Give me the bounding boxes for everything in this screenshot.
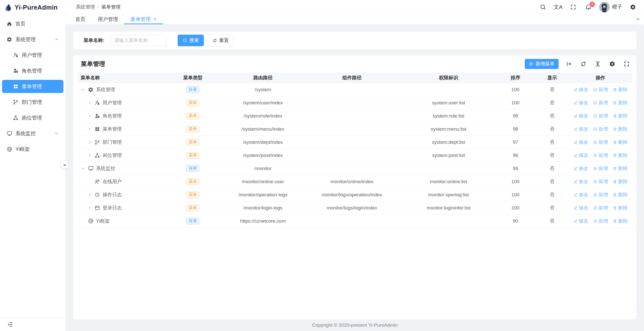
delete-link[interactable]: 删除 xyxy=(613,178,628,185)
visible-value: 否 xyxy=(536,126,568,132)
delete-link[interactable]: 删除 xyxy=(613,218,628,224)
sidebar-item-label: 菜单管理 xyxy=(22,83,42,90)
bell-icon[interactable]: 7 xyxy=(584,3,593,12)
chevron-right-icon[interactable] xyxy=(87,205,92,210)
sidebar-item-roles[interactable]: 角色管理 xyxy=(2,64,63,77)
table-fullscreen-icon[interactable] xyxy=(623,61,630,67)
add-link[interactable]: 新增 xyxy=(593,100,608,106)
translate-icon[interactable]: 文A xyxy=(554,3,563,12)
pencil-icon xyxy=(573,153,578,158)
sidebar-item-home[interactable]: 首页 xyxy=(2,17,63,30)
fullscreen-icon[interactable] xyxy=(569,3,578,12)
reset-button[interactable]: 重置 xyxy=(208,35,233,46)
refresh-icon[interactable] xyxy=(580,61,587,67)
sidebar-item-menus[interactable]: 菜单管理 xyxy=(2,80,63,93)
edit-link[interactable]: 修改 xyxy=(573,205,588,211)
expand-spacer xyxy=(81,219,86,224)
role-icon xyxy=(13,68,19,74)
search-button[interactable]: 搜索 xyxy=(178,35,204,46)
edit-link[interactable]: 修改 xyxy=(573,113,588,119)
menu-fold-icon[interactable] xyxy=(7,321,13,327)
close-icon[interactable] xyxy=(153,17,157,21)
sidebar-item-monitor[interactable]: 系统监控 xyxy=(2,127,63,140)
chevron-right-icon[interactable] xyxy=(87,100,92,105)
app-logo[interactable]: Yi-PureAdmin xyxy=(0,0,65,15)
delete-link[interactable]: 删除 xyxy=(613,139,628,146)
panel-title: 菜单管理 xyxy=(81,60,105,68)
add-link[interactable]: 新增 xyxy=(593,126,608,132)
export-icon[interactable] xyxy=(566,61,572,67)
plus-circle-icon xyxy=(593,101,598,105)
edit-link[interactable]: 修改 xyxy=(573,100,588,106)
pencil-icon xyxy=(573,206,578,210)
add-link[interactable]: 新增 xyxy=(593,205,608,211)
search-input[interactable] xyxy=(110,35,166,46)
edit-link[interactable]: 修改 xyxy=(573,139,588,146)
tab-label: 首页 xyxy=(75,16,85,23)
menu-type-tag: 菜单 xyxy=(186,139,199,146)
chevron-right-icon[interactable] xyxy=(87,153,92,158)
breadcrumb-item[interactable]: 系统管理 xyxy=(76,4,95,10)
add-link[interactable]: 新增 xyxy=(593,152,608,159)
visible-value: 否 xyxy=(536,86,568,93)
delete-link[interactable]: 删除 xyxy=(613,86,628,93)
edit-link[interactable]: 修改 xyxy=(573,178,588,185)
chevron-down-icon[interactable] xyxy=(81,166,86,171)
plus-circle-icon xyxy=(593,127,598,131)
table-row: 登录日志菜单/monitor/login-logsmonitor/logs/lo… xyxy=(77,201,632,215)
tab-menu-management[interactable]: 菜单管理 xyxy=(124,14,163,24)
sidebar-item-depts[interactable]: 部门管理 xyxy=(2,96,63,109)
add-menu-button[interactable]: 新增菜单 xyxy=(525,59,559,69)
edit-link[interactable]: 修改 xyxy=(573,165,588,172)
user-menu[interactable]: 橙子 xyxy=(599,2,622,12)
menu-name: 角色管理 xyxy=(103,113,122,119)
edit-link[interactable]: 修改 xyxy=(573,126,588,132)
menu-type-tag: 菜单 xyxy=(186,113,199,119)
edit-link[interactable]: 修改 xyxy=(573,152,588,159)
delete-link[interactable]: 删除 xyxy=(613,192,628,198)
sidebar-item-label: 部门管理 xyxy=(22,99,42,106)
add-link[interactable]: 新增 xyxy=(593,178,608,185)
visible-value: 否 xyxy=(536,152,568,159)
add-link[interactable]: 新增 xyxy=(593,113,608,119)
chevron-right-icon[interactable] xyxy=(87,140,92,145)
top-header: 系统管理 / 菜单管理 文A 7 xyxy=(66,0,644,14)
add-link[interactable]: 新增 xyxy=(593,218,608,224)
delete-link[interactable]: 删除 xyxy=(613,100,628,106)
delete-link[interactable]: 删除 xyxy=(613,113,628,119)
sidebar-collapse-button[interactable]: « xyxy=(61,161,68,169)
search-icon[interactable] xyxy=(538,3,547,12)
delete-link[interactable]: 删除 xyxy=(613,165,628,172)
column-settings-icon[interactable] xyxy=(609,61,615,67)
edit-link[interactable]: 修改 xyxy=(573,192,588,198)
add-link[interactable]: 新增 xyxy=(593,86,608,93)
chevron-right-icon[interactable] xyxy=(87,192,92,197)
tab-more-chevron-icon[interactable] xyxy=(632,14,644,24)
chevron-down-icon[interactable] xyxy=(81,87,86,92)
plus-circle-icon xyxy=(593,153,598,158)
table-row: 系统监控目录/monitor99否修改新增删除 xyxy=(77,162,632,175)
visible-value: 否 xyxy=(536,178,568,185)
tab-user-management[interactable]: 用户管理 xyxy=(92,14,124,24)
density-icon[interactable] xyxy=(594,61,601,67)
add-link[interactable]: 新增 xyxy=(593,139,608,146)
add-link[interactable]: 新增 xyxy=(593,192,608,198)
visible-value: 否 xyxy=(536,113,568,119)
edit-link[interactable]: 修改 xyxy=(573,86,588,93)
sidebar-item-posts[interactable]: 岗位管理 xyxy=(2,111,63,124)
sidebar-item-yi-frame[interactable]: Yi框架 xyxy=(2,143,63,156)
tab-home[interactable]: 首页 xyxy=(69,14,92,24)
edit-link[interactable]: 修改 xyxy=(573,218,588,224)
chevron-right-icon[interactable] xyxy=(87,113,92,119)
settings-gear-icon[interactable] xyxy=(628,3,637,12)
delete-link[interactable]: 删除 xyxy=(613,205,628,211)
delete-link[interactable]: 删除 xyxy=(613,126,628,132)
post-icon xyxy=(94,152,100,158)
menu-name: 用户管理 xyxy=(103,100,122,106)
add-link[interactable]: 新增 xyxy=(593,165,608,172)
sidebar-item-system[interactable]: 系统管理 xyxy=(2,33,63,46)
chevron-right-icon[interactable] xyxy=(87,127,92,132)
sidebar-item-users[interactable]: 用户管理 xyxy=(2,49,63,62)
avatar xyxy=(599,2,610,12)
delete-link[interactable]: 删除 xyxy=(613,152,628,159)
